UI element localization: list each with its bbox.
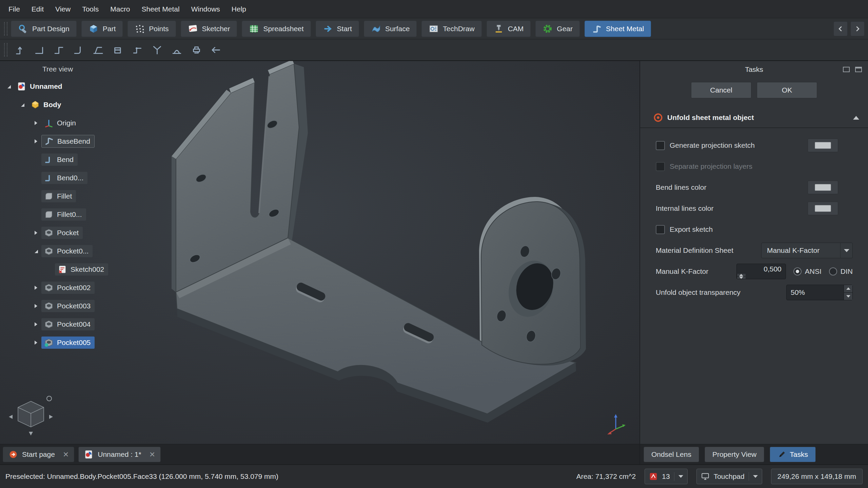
transparency-value: 50% — [787, 285, 844, 300]
tool-unfold-icon[interactable] — [90, 41, 106, 58]
expander-icon[interactable] — [31, 229, 41, 236]
expander-icon[interactable] — [31, 138, 41, 145]
expander-icon[interactable] — [17, 101, 28, 108]
toolbar-grip[interactable] — [4, 43, 7, 57]
panel-undock-icon[interactable] — [855, 67, 862, 72]
tree-item-bend[interactable]: Bend — [0, 150, 142, 169]
tool-extend-face-icon[interactable] — [50, 41, 67, 58]
workbench-part[interactable]: Part — [81, 21, 123, 37]
tool-make-relief-icon[interactable] — [129, 41, 146, 58]
wb-cam-icon — [494, 24, 504, 34]
expander-icon[interactable] — [31, 339, 41, 346]
expander-icon[interactable] — [31, 248, 41, 255]
navigation-style-dropdown[interactable]: Touchpad — [696, 469, 762, 484]
panel-button-property-view[interactable]: Property View — [705, 447, 764, 462]
tree-item-body[interactable]: Body — [0, 96, 142, 114]
panel-button-ondsel-lens[interactable]: Ondsel Lens — [644, 447, 699, 462]
tree-item-pocket[interactable]: Pocket — [0, 224, 142, 242]
tool-fold-wall-icon[interactable] — [70, 41, 87, 58]
ansi-radio[interactable] — [793, 267, 802, 276]
toolbar-overflow-left-button[interactable] — [833, 21, 848, 36]
menu-sheet-metal[interactable]: Sheet Metal — [136, 0, 185, 18]
kfactor-spinbox[interactable]: 0,500 — [736, 264, 786, 279]
tool-add-corner-relief-icon[interactable] — [109, 41, 126, 58]
spin-down-button[interactable] — [844, 293, 852, 300]
tree-item-pocket003[interactable]: Pocket003 — [0, 297, 142, 315]
menubar: FileEditViewToolsMacroSheet MetalWindows… — [0, 0, 868, 18]
tree-item-bend0[interactable]: Bend0... — [0, 169, 142, 187]
tree-item-fillet0[interactable]: Fillet0... — [0, 205, 142, 224]
transparency-spinbox[interactable]: 50% — [786, 285, 853, 300]
collapse-arrow-icon[interactable] — [853, 116, 859, 120]
close-icon[interactable]: × — [150, 450, 155, 459]
projection-color-button[interactable] — [808, 139, 838, 152]
chevron-down-icon — [749, 472, 758, 481]
unfold-section-header[interactable]: Unfold sheet metal object — [640, 113, 868, 128]
tool-make-base-wall-icon[interactable] — [11, 41, 28, 58]
menu-view[interactable]: View — [50, 0, 76, 18]
panel-button-tasks[interactable]: Tasks — [770, 447, 816, 462]
toolbar-overflow-right-button[interactable] — [850, 21, 865, 36]
cancel-button[interactable]: Cancel — [691, 82, 751, 98]
spin-down-button[interactable] — [737, 277, 746, 279]
din-radio[interactable] — [829, 267, 837, 276]
workbench-spreadsheet[interactable]: Spreadsheet — [242, 21, 311, 37]
menu-macro[interactable]: Macro — [104, 0, 136, 18]
tree-item-basebend[interactable]: BaseBend — [0, 132, 142, 150]
menu-file[interactable]: File — [3, 0, 26, 18]
expander-icon[interactable] — [3, 83, 14, 90]
workbench-cam[interactable]: CAM — [487, 21, 531, 37]
tree-item-sketch002[interactable]: Sketch002 — [0, 260, 142, 279]
spin-up-button[interactable] — [737, 274, 746, 277]
internal-lines-color-button[interactable] — [808, 202, 838, 215]
tree-item-pocket0[interactable]: Pocket0... — [0, 242, 142, 260]
part-right-flange[interactable] — [479, 197, 586, 366]
tree-item-pocket005[interactable]: Pocket005 — [0, 333, 142, 352]
spin-up-button[interactable] — [844, 285, 852, 293]
toolbar-grip[interactable] — [4, 22, 7, 36]
generate-projection-sketch-checkbox[interactable] — [656, 141, 665, 150]
tool-make-wall-icon[interactable] — [31, 41, 47, 58]
workbench-part-design[interactable]: Part Design — [11, 21, 77, 37]
workbench-start[interactable]: Start — [316, 21, 359, 37]
bend-lines-color-button[interactable] — [808, 181, 838, 194]
tree-item-pocket004[interactable]: Pocket004 — [0, 315, 142, 333]
workbench-sheet-metal[interactable]: Sheet Metal — [585, 21, 651, 37]
ok-button[interactable]: OK — [757, 82, 817, 98]
tree-item-fillet[interactable]: Fillet — [0, 187, 142, 205]
expander-icon[interactable] — [31, 120, 41, 126]
close-icon[interactable]: × — [63, 450, 68, 459]
tab-start-page[interactable]: Start page× — [3, 447, 74, 462]
material-sheet-dropdown[interactable]: Manual K-Factor — [761, 243, 853, 258]
tool-export-unfold-icon[interactable] — [188, 41, 205, 58]
marker-count-dropdown[interactable]: 13 — [645, 469, 687, 484]
menu-edit[interactable]: Edit — [26, 0, 50, 18]
tree-item-origin[interactable]: Origin — [0, 114, 142, 132]
workbench-techdraw[interactable]: TechDraw — [421, 21, 481, 37]
menu-help[interactable]: Help — [226, 0, 252, 18]
panel-switch-buttons: Ondsel LensProperty ViewTasks — [640, 444, 868, 464]
color-swatch — [815, 142, 831, 149]
navigation-cube[interactable] — [5, 393, 56, 441]
expander-icon[interactable] — [31, 284, 41, 291]
expander-icon[interactable] — [31, 303, 41, 309]
tool-make-junction-icon[interactable] — [149, 41, 165, 58]
navcube-menu-icon[interactable] — [47, 396, 52, 401]
separate-projection-layers-checkbox[interactable] — [656, 162, 665, 171]
panel-float-icon[interactable] — [843, 67, 850, 72]
tree-item-pocket002[interactable]: Pocket002 — [0, 279, 142, 297]
tool-forming-tool-icon[interactable] — [168, 41, 185, 58]
expander-icon[interactable] — [31, 321, 41, 328]
tab-unnamed-1[interactable]: Unnamed : 1*× — [78, 447, 161, 462]
tree-item-unnamed[interactable]: Unnamed — [0, 77, 142, 96]
3d-viewport[interactable]: Tree view UnnamedBodyOriginBaseBendBendB… — [0, 61, 639, 444]
tool-unattach-sketch-icon[interactable] — [208, 41, 224, 58]
menu-windows[interactable]: Windows — [185, 0, 226, 18]
workbench-surface[interactable]: Surface — [364, 21, 417, 37]
workbench-points[interactable]: Points — [127, 21, 176, 37]
menu-tools[interactable]: Tools — [76, 0, 104, 18]
manual-k-factor-label: Manual K-Factor — [656, 267, 708, 276]
workbench-sketcher[interactable]: Sketcher — [181, 21, 237, 37]
workbench-gear[interactable]: Gear — [535, 21, 580, 37]
export-sketch-checkbox[interactable] — [656, 225, 665, 234]
